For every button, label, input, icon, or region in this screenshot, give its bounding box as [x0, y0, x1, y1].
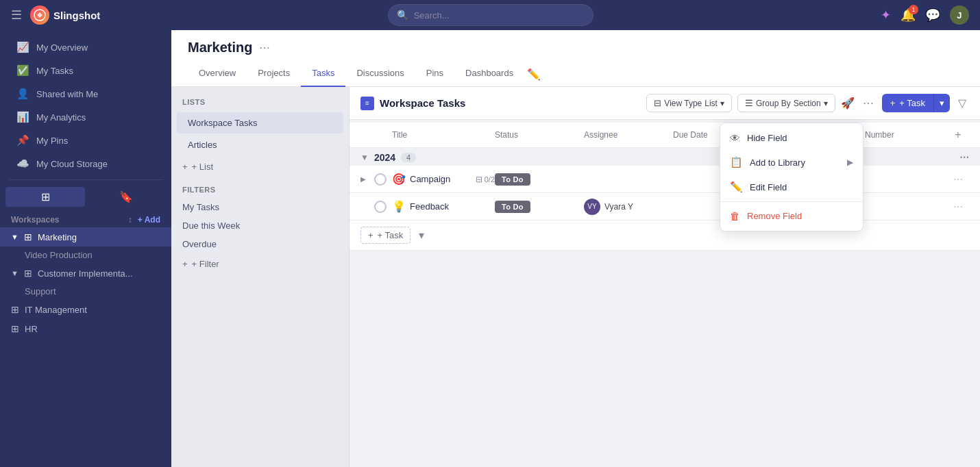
overdue-filter-label: Overdue [182, 239, 217, 249]
sidebar-item-overview[interactable]: 📈 My Overview [5, 36, 166, 58]
user-avatar[interactable]: J [950, 5, 969, 25]
year-group-chevron[interactable]: ▼ [360, 153, 369, 162]
list-item-articles[interactable]: Articles ⋯ [177, 134, 343, 155]
tab-projects[interactable]: Projects [247, 62, 301, 87]
filter-due-week[interactable]: Due this Week [171, 216, 349, 235]
sidebar: 📈 My Overview ✅ My Tasks 👤 Shared with M… [0, 30, 171, 467]
rocket-icon[interactable]: 🚀 [841, 97, 855, 110]
due-week-filter-label: Due this Week [182, 220, 240, 231]
task-area: LISTS Workspace Tasks ⋯ Articles ⋯ + + L… [171, 87, 980, 467]
ai-icon[interactable]: ✦ [881, 8, 891, 23]
tab-tasks[interactable]: Tasks [301, 62, 345, 87]
task-list-actions: ⊟ View Type List ▾ ☰ Group By Section ▾ … [646, 94, 969, 112]
campaign-row-more[interactable]: ⋯ [947, 174, 969, 185]
page-title-more-icon[interactable]: ⋯ [259, 41, 270, 54]
context-menu-item-remove[interactable]: 🗑 Remove Field [720, 204, 863, 228]
filter-my-tasks[interactable]: My Tasks [171, 198, 349, 216]
filter-overdue[interactable]: Overdue [171, 235, 349, 253]
add-section-dropdown[interactable]: ▾ [416, 226, 427, 244]
year-group-2024: ▼ 2024 4 ⋯ [350, 145, 980, 166]
add-list-btn[interactable]: + + List [171, 156, 349, 177]
tab-discussions[interactable]: Discussions [345, 62, 415, 87]
workspaces-label: Workspaces [11, 215, 59, 225]
chat-icon[interactable]: 💬 [925, 8, 940, 23]
task-list-area: ≡ Workspace Tasks ⊟ View Type List ▾ ☰ G… [350, 87, 980, 467]
tab-overview[interactable]: Overview [188, 62, 247, 87]
notification-icon[interactable]: 🔔 1 [901, 8, 916, 23]
marketing-ws-layers-icon: ⊞ [24, 231, 32, 242]
year-group-more[interactable]: ⋯ [959, 152, 969, 163]
edit-field-label: Edit Field [750, 182, 853, 192]
task-list-header: ≡ Workspace Tasks ⊟ View Type List ▾ ☰ G… [350, 87, 980, 120]
marketing-ws-label: Marketing [38, 232, 145, 242]
view-type-value: List [705, 99, 718, 108]
workspace-item-marketing[interactable]: ▼ ⊞ Marketing ⋯ [0, 227, 171, 247]
sidebar-label-tasks: My Tasks [36, 66, 155, 76]
context-menu: 👁 Hide Field 📋 Add to Library ▶ ✏️ Edit … [720, 123, 863, 231]
group-by-btn[interactable]: ☰ Group By Section ▾ [737, 94, 835, 112]
add-filter-btn[interactable]: + + Filter [171, 253, 349, 275]
workspace-item-hr[interactable]: ⊞ HR ⋯ [0, 319, 171, 338]
expand-icon[interactable]: ▶ [360, 175, 374, 183]
analytics-icon: 📊 [16, 111, 29, 123]
lists-section-title: LISTS [171, 95, 349, 112]
workspaces-add-btn[interactable]: + Add [138, 215, 160, 225]
sub-item-support[interactable]: Support ⋯ [0, 283, 171, 300]
table-row: ▶ 🎯 Campaign ⊟ 0/2 To Do ⋯ [350, 166, 980, 193]
search-input[interactable] [414, 10, 585, 21]
sidebar-item-tasks[interactable]: ✅ My Tasks [5, 60, 166, 81]
search-icon: 🔍 [397, 10, 408, 21]
sidebar-label-shared: Shared with Me [36, 89, 155, 99]
edit-field-icon: ✏️ [730, 181, 743, 193]
tab-pins[interactable]: Pins [415, 62, 454, 87]
search-bar[interactable]: 🔍 [388, 4, 593, 26]
view-type-btn[interactable]: ⊟ View Type List ▾ [646, 94, 732, 112]
col-add-btn[interactable]: + [947, 123, 969, 147]
workspace-item-customer[interactable]: ▼ ⊞ Customer Implementa... ⋯ [0, 264, 171, 283]
status-badge-campaign: To Do [495, 173, 530, 186]
list-item-workspace-tasks[interactable]: Workspace Tasks ⋯ [177, 112, 343, 134]
sidebar-item-cloud[interactable]: ☁️ My Cloud Storage [5, 153, 166, 175]
add-task-row-btn[interactable]: + + Task [360, 227, 411, 244]
table-row: 💡 Feedback To Do VY Vyara Y ⋯ [350, 193, 980, 220]
task-checkbox-campaign[interactable] [374, 173, 387, 186]
page-title-row: Marketing ⋯ [188, 40, 964, 55]
shared-icon: 👤 [16, 88, 29, 100]
tab-dashboards[interactable]: Dashboards [454, 62, 524, 87]
tab-edit-icon[interactable]: ✏️ [524, 62, 543, 86]
sidebar-item-shared[interactable]: 👤 Shared with Me [5, 83, 166, 105]
context-menu-item-hide[interactable]: 👁 Hide Field [720, 126, 863, 150]
sub-item-video[interactable]: Video Production ⋯ [0, 247, 171, 264]
sidebar-item-pins[interactable]: 📌 My Pins [5, 129, 166, 151]
context-menu-item-add-library[interactable]: 📋 Add to Library ▶ [720, 150, 863, 175]
add-task-btn-main[interactable]: + + Task [882, 94, 934, 112]
add-task-btn-dropdown[interactable]: ▾ [934, 94, 950, 112]
context-menu-item-edit[interactable]: ✏️ Edit Field [720, 175, 863, 199]
subtask-icon: ⊟ [476, 175, 482, 184]
feedback-row-more[interactable]: ⋯ [947, 201, 969, 212]
task-list-more-btn[interactable]: ⋯ [860, 94, 877, 112]
view-type-label: View Type [664, 99, 702, 108]
feedback-emoji: 💡 [392, 200, 406, 213]
filter-icon-btn[interactable]: ▽ [955, 94, 969, 112]
assignee-avatar-vyara: VY [584, 199, 600, 215]
workspace-item-it[interactable]: ⊞ IT Management ⋯ [0, 300, 171, 319]
articles-label: Articles [188, 140, 217, 150]
workspace-tab-bookmark[interactable]: 🔖 [86, 187, 166, 207]
main-layout: 📈 My Overview ✅ My Tasks 👤 Shared with M… [0, 30, 980, 467]
sidebar-item-analytics[interactable]: 📊 My Analytics [5, 106, 166, 128]
bookmark-icon: 🔖 [119, 190, 133, 203]
workspace-tasks-label: Workspace Tasks [188, 118, 257, 128]
menu-icon[interactable]: ☰ [11, 8, 22, 23]
feedback-status: To Do [495, 200, 584, 213]
workspace-tab-layers[interactable]: ⊞ [5, 187, 85, 207]
customer-ws-label: Customer Implementa... [38, 268, 145, 279]
layers-icon: ⊞ [41, 190, 50, 203]
workspaces-sort-icon[interactable]: ↕ [128, 215, 132, 225]
task-checkbox-feedback[interactable] [374, 201, 387, 213]
pins-icon: 📌 [16, 134, 29, 147]
navbar: ☰ Slingshot 🔍 ✦ 🔔 1 💬 J [0, 0, 980, 30]
add-list-icon: + [182, 162, 188, 172]
task-list-icon: ≡ [360, 97, 374, 110]
add-task-row: + + Task ▾ [350, 220, 980, 251]
